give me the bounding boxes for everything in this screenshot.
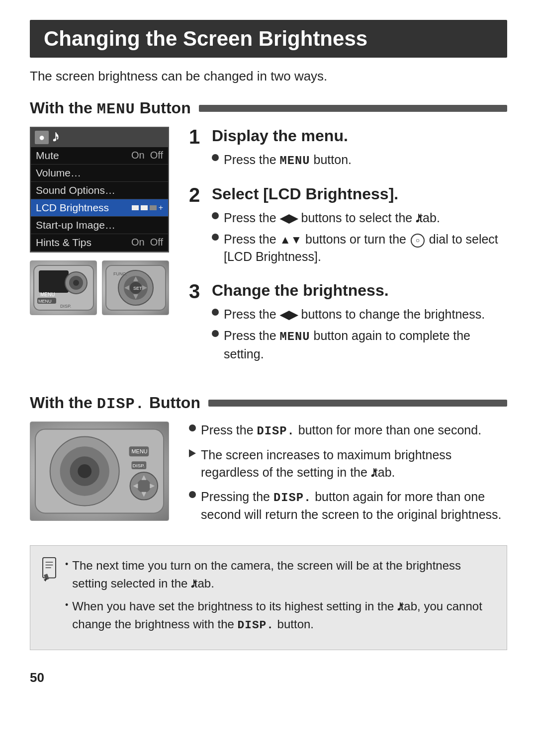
left-column: ● 𝅘𝅥𝅮𝅘𝅥𝅯 MuteOn Off Volume… Sound Options… L… — [30, 127, 169, 379]
step-1: 1 Display the menu. Press the MENU butto… — [189, 127, 507, 173]
menu-section-content: ● 𝅘𝅥𝅮𝅘𝅥𝅯 MuteOn Off Volume… Sound Options… L… — [30, 127, 507, 379]
disp-keyword-3: DISP. — [238, 619, 274, 632]
step-3-bullet-1: Press the ◀▶ buttons to change the brigh… — [212, 306, 507, 323]
svg-text:MENU: MENU — [38, 299, 52, 304]
step-2-bullet-2-text: Press the ▲▼ buttons or turn the ○ dial … — [224, 231, 507, 265]
disp-word: DISP. — [97, 396, 145, 413]
step-2-bullet-1-text: Press the ◀▶ buttons to select the 𝅘𝅥𝅮𝅘𝅥𝅯 ta… — [224, 209, 440, 227]
svg-text:MENU: MENU — [132, 448, 148, 454]
bullet-circle — [212, 330, 219, 337]
note-item-2: • When you have set the brightness to it… — [65, 597, 496, 634]
step-1-bullet-1-text: Press the MENU button. — [224, 151, 352, 169]
step-3: 3 Change the brightness. Press the ◀▶ bu… — [189, 281, 507, 366]
note-bullets: • The next time you turn on the camera, … — [65, 557, 496, 634]
camera-image-2: SET FUNC. — [102, 260, 169, 315]
step-3-bullet-1-text: Press the ◀▶ buttons to change the brigh… — [224, 306, 485, 323]
menu-keyword: MENU — [280, 154, 310, 168]
step-2-bullet-1: Press the ◀▶ buttons to select the 𝅘𝅥𝅮𝅘𝅥𝅯 ta… — [212, 209, 507, 227]
svg-text:DISP.: DISP. — [133, 463, 145, 468]
disp-keyword-1: DISP. — [257, 424, 295, 438]
bullet-circle — [189, 491, 196, 498]
step-3-number: 3 — [189, 281, 204, 301]
menu-heading-text: With the MENU Button — [30, 99, 191, 118]
brightness-bar: + — [132, 202, 163, 214]
bar-plus: + — [159, 203, 163, 212]
menu-word: MENU — [97, 101, 135, 118]
lr-arrows-2: ◀▶ — [280, 309, 298, 321]
svg-point-29 — [137, 479, 151, 493]
menu-item-sound: Sound Options… — [31, 182, 168, 199]
menu-keyword-2: MENU — [280, 330, 310, 343]
bullet-circle — [212, 212, 219, 219]
menu-tab-row: ● 𝅘𝅥𝅮𝅘𝅥𝅯 — [31, 128, 168, 147]
disp-bullet-2: The screen increases to maximum brightne… — [189, 446, 507, 481]
menu-item-mute: MuteOn Off — [31, 147, 168, 165]
note-item-1: • The next time you turn on the camera, … — [65, 557, 496, 592]
menu-screenshot: ● 𝅘𝅥𝅮𝅘𝅥𝅯 MuteOn Off Volume… Sound Options… L… — [30, 127, 169, 252]
note-box: • The next time you turn on the camera, … — [30, 545, 507, 650]
note-text-2: When you have set the brightness to its … — [72, 597, 496, 634]
note-text-1: The next time you turn on the camera, th… — [72, 557, 496, 592]
bullet-circle — [212, 234, 219, 241]
dial-symbol: ○ — [411, 234, 425, 248]
heading-bar — [199, 105, 507, 112]
menu-item-startup: Start-up Image… — [31, 217, 168, 234]
step-1-content: Display the menu. Press the MENU button. — [212, 127, 507, 173]
disp-bullet-1-text: Press the DISP. button for more than one… — [201, 421, 481, 439]
note-icon — [38, 557, 60, 582]
menu-item-hints: Hints & TipsOn Off — [31, 234, 168, 252]
bullet-circle — [189, 424, 196, 431]
bar-seg-2 — [141, 205, 148, 210]
svg-text:SET: SET — [133, 286, 142, 291]
svg-text:MENU: MENU — [40, 292, 55, 297]
svg-text:FUNC.: FUNC. — [113, 271, 127, 276]
menu-item-volume: Volume… — [31, 165, 168, 182]
menu-section-heading: With the MENU Button — [30, 99, 507, 118]
step-2-content: Select [LCD Brightness]. Press the ◀▶ bu… — [212, 185, 507, 269]
triangle-bullet — [189, 449, 196, 457]
disp-right-column: Press the DISP. button for more than one… — [189, 421, 507, 531]
step-2: 2 Select [LCD Brightness]. Press the ◀▶ … — [189, 185, 507, 269]
step-1-bullet-1: Press the MENU button. — [212, 151, 507, 169]
disp-section-heading: With the DISP. Button — [30, 394, 507, 413]
ud-arrows: ▲▼ — [280, 234, 302, 246]
disp-left-column: MENU DISP. — [30, 421, 169, 531]
disp-bullet-2-text: The screen increases to maximum brightne… — [201, 446, 507, 481]
step-3-bullets: Press the ◀▶ buttons to change the brigh… — [212, 306, 507, 362]
steps-container: 1 Display the menu. Press the MENU butto… — [189, 127, 507, 367]
camera-images-menu: MENU MENU DISP. SET — [30, 260, 169, 315]
step-3-bullet-2: Press the MENU button again to complete … — [212, 327, 507, 362]
svg-rect-1 — [39, 270, 69, 293]
step-3-bullet-2-text: Press the MENU button again to complete … — [224, 327, 507, 362]
page-number: 50 — [30, 670, 507, 685]
step-2-title: Select [LCD Brightness]. — [212, 185, 507, 203]
bullet-circle — [212, 154, 219, 161]
step-1-bullets: Press the MENU button. — [212, 151, 507, 169]
bar-seg-3 — [150, 205, 157, 210]
disp-section-content: MENU DISP. Press the DISP. button for mo… — [30, 421, 507, 531]
right-column: 1 Display the menu. Press the MENU butto… — [189, 127, 507, 379]
camera-tab: ● — [35, 131, 49, 144]
step-2-bullet-2: Press the ▲▼ buttons or turn the ○ dial … — [212, 231, 507, 265]
step-1-title: Display the menu. — [212, 127, 507, 145]
lr-arrows: ◀▶ — [280, 212, 298, 225]
step-2-bullets: Press the ◀▶ buttons to select the 𝅘𝅥𝅮𝅘𝅥𝅯 ta… — [212, 209, 507, 265]
note-dot-1: • — [65, 558, 68, 571]
disp-heading-text: With the DISP. Button — [30, 394, 200, 413]
disp-camera-svg: MENU DISP. — [30, 421, 169, 521]
intro-text: The screen brightness can be changed in … — [30, 69, 507, 84]
disp-bullets: Press the DISP. button for more than one… — [189, 421, 507, 524]
bullet-circle — [212, 309, 219, 316]
svg-text:DISP.: DISP. — [60, 304, 71, 309]
camera-image-1: MENU MENU DISP. — [30, 260, 97, 315]
disp-camera-image: MENU DISP. — [30, 421, 169, 521]
note-dot-2: • — [65, 598, 68, 612]
svg-point-4 — [73, 280, 79, 286]
disp-heading-bar — [208, 400, 507, 407]
disp-bullet-3-text: Pressing the DISP. button again for more… — [201, 488, 507, 523]
camera-svg-2: SET FUNC. — [103, 260, 168, 315]
step-3-title: Change the brightness. — [212, 281, 507, 300]
bar-seg-1 — [132, 205, 139, 210]
menu-item-lcd: LCD Brightness + — [31, 199, 168, 217]
disp-bullet-1: Press the DISP. button for more than one… — [189, 421, 507, 439]
